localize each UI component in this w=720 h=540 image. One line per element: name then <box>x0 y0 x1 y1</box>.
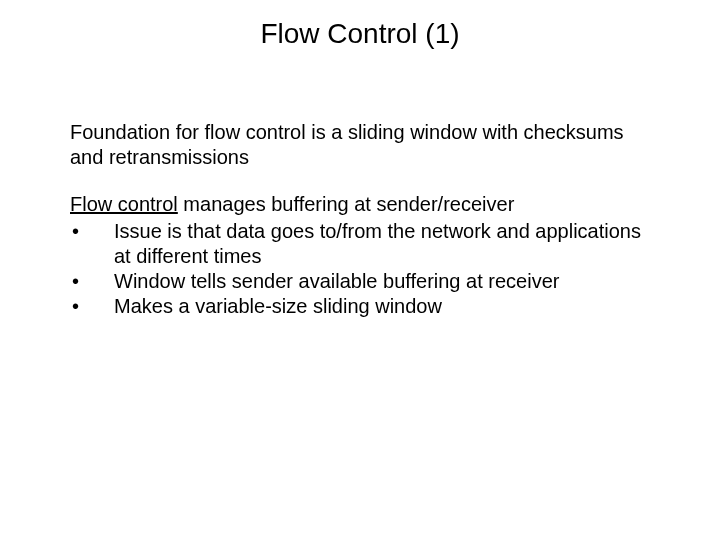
list-item: • Makes a variable-size sliding window <box>70 294 650 319</box>
bullet-text: Window tells sender available buffering … <box>114 269 650 294</box>
slide-body: Foundation for flow control is a sliding… <box>70 120 650 319</box>
bullet-text: Issue is that data goes to/from the netw… <box>114 219 650 269</box>
lead-underlined: Flow control <box>70 193 178 215</box>
bullet-mark: • <box>70 269 114 294</box>
list-item: • Window tells sender available bufferin… <box>70 269 650 294</box>
intro-paragraph: Foundation for flow control is a sliding… <box>70 120 650 170</box>
lead-paragraph: Flow control manages buffering at sender… <box>70 192 650 217</box>
bullet-text: Makes a variable-size sliding window <box>114 294 650 319</box>
bullet-mark: • <box>70 294 114 319</box>
bullet-list: • Issue is that data goes to/from the ne… <box>70 219 650 319</box>
slide: Flow Control (1) Foundation for flow con… <box>0 0 720 540</box>
bullet-mark: • <box>70 219 114 244</box>
lead-rest: manages buffering at sender/receiver <box>178 193 515 215</box>
list-item: • Issue is that data goes to/from the ne… <box>70 219 650 269</box>
slide-title: Flow Control (1) <box>70 18 650 50</box>
